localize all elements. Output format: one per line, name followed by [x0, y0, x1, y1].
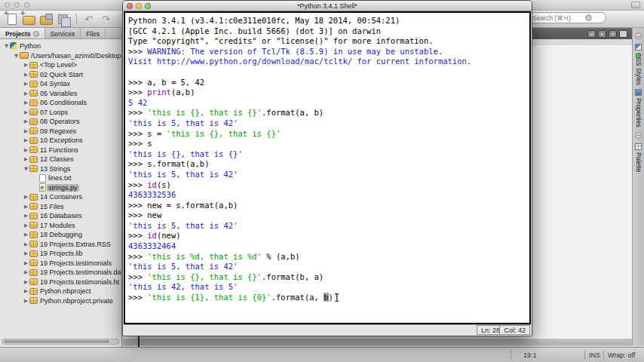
tree-item[interactable]: strings.py — [0, 183, 121, 193]
shell-text: id — [147, 231, 157, 240]
tab-list-icon[interactable]: ▾ — [609, 30, 617, 38]
tree-item[interactable]: ▶<Top Level> — [0, 60, 121, 70]
collapse-arrow-icon[interactable]: ▼ — [23, 166, 29, 172]
tree-item[interactable]: ▼Python — [0, 41, 121, 51]
expand-arrow-icon[interactable]: ▶ — [23, 241, 29, 247]
expand-arrow-icon[interactable]: ▶ — [23, 250, 29, 256]
expand-arrow-icon[interactable]: ▶ — [23, 222, 29, 229]
tree-item[interactable]: ▶09 Regexes — [0, 127, 121, 137]
tree-item[interactable]: ▶16 Databases — [0, 211, 121, 221]
tree-item[interactable]: ▶04 Syntax — [0, 79, 121, 89]
panel-tab-files[interactable]: Files — [81, 28, 106, 38]
expand-arrow-icon[interactable]: ▶ — [23, 72, 29, 78]
search-clear-icon[interactable]: × — [585, 14, 592, 21]
panel-tab-projects[interactable]: Projects× — [0, 28, 45, 38]
tree-item[interactable]: ▶02 Quick Start — [0, 70, 121, 80]
package-icon — [29, 90, 38, 97]
redo-icon[interactable]: ↷ — [98, 11, 114, 26]
save-all-icon[interactable] — [55, 11, 71, 26]
zoom-icon[interactable] — [24, 2, 29, 8]
expand-arrow-icon[interactable]: ▶ — [23, 260, 29, 266]
tree-item[interactable]: ▶12 Classes — [0, 155, 121, 164]
package-icon — [29, 127, 38, 134]
open-project-icon[interactable] — [38, 11, 54, 26]
expand-arrow-icon[interactable]: ▶ — [23, 62, 29, 68]
expand-arrow-icon[interactable]: ▶ — [23, 232, 29, 238]
tree-item-label: strings.py — [47, 184, 79, 192]
tree-item[interactable]: ▶11 Functions — [0, 146, 121, 155]
expand-arrow-icon[interactable]: ▶ — [23, 213, 29, 219]
close-icon[interactable]: × — [33, 31, 39, 37]
dock-tab-css-styles[interactable]: CSS Styles — [635, 44, 642, 85]
package-icon — [29, 232, 38, 238]
maximize-icon[interactable] — [619, 30, 627, 38]
panel-divider[interactable] — [138, 335, 140, 347]
tree-item[interactable]: ▶Python.nbproject.private — [0, 296, 121, 306]
expand-arrow-icon[interactable]: ▶ — [23, 269, 29, 275]
undo-icon[interactable]: ↶ — [81, 11, 97, 26]
shell-line: 'this is 42, that is 5' — [128, 282, 526, 293]
tree-item[interactable]: ▶19 Projects.testimonials — [0, 259, 121, 268]
tree-item[interactable]: ▶19 Projects.lib — [0, 249, 121, 259]
expand-arrow-icon[interactable]: ▶ — [23, 194, 29, 200]
expand-arrow-icon[interactable]: ▶ — [23, 156, 29, 162]
idle-titlebar[interactable]: *Python 3.4.1 Shell* — [123, 1, 532, 11]
tree-item[interactable]: ▶07 Loops — [0, 108, 121, 118]
tree-item[interactable]: ▶Python.nbproject — [0, 287, 121, 296]
search-input[interactable] — [532, 14, 585, 22]
tree-item[interactable]: ▶19 Projects.Extras.RSS — [0, 240, 121, 250]
tree-item[interactable]: ▶18 Debugging — [0, 230, 121, 240]
shell-text-area[interactable]: Python 3.4.1 (v3.4.1:c0e311e010fc, May 1… — [124, 11, 531, 324]
collapse-dock-icon[interactable] — [635, 132, 642, 139]
expand-arrow-icon[interactable]: ▶ — [23, 109, 29, 115]
tree-item[interactable]: ▶19 Projects.testimonials.da — [0, 268, 121, 278]
insert-mode[interactable]: INS — [589, 351, 600, 359]
expand-arrow-icon[interactable]: ▶ — [23, 288, 29, 294]
shell-text: [GCC 4.2.1 (Apple Inc. build 5666) (dot … — [128, 26, 381, 35]
expand-arrow-icon[interactable]: ▶ — [23, 128, 29, 134]
dock-tab-palette[interactable]: Palette — [635, 143, 642, 172]
scroll-right-icon[interactable]: ▸ — [598, 30, 606, 38]
tree-item[interactable]: ▶10 Exceptions — [0, 136, 121, 146]
scroll-left-icon[interactable]: ◂ — [587, 30, 596, 38]
close-icon[interactable] — [127, 3, 133, 9]
idle-window-controls — [127, 3, 151, 9]
tree-item[interactable]: lines.txt — [0, 173, 121, 183]
tree-item[interactable]: ▶19 Projects.testimonials.ht — [0, 278, 121, 287]
tree-item[interactable]: ▼13 Strings — [0, 164, 121, 174]
expand-arrow-icon[interactable]: ▶ — [23, 81, 29, 87]
expand-arrow-icon[interactable]: ▶ — [23, 147, 29, 153]
new-file-icon[interactable] — [3, 11, 19, 26]
panel-tab-services[interactable]: Services — [45, 28, 81, 38]
zoom-icon[interactable] — [145, 3, 151, 9]
expand-arrow-icon[interactable]: ▶ — [23, 90, 29, 97]
expand-arrow-icon[interactable]: ▶ — [23, 298, 29, 304]
dock-tab-properties[interactable]: Properties — [635, 89, 642, 127]
scrollbar-thumb[interactable] — [4, 340, 109, 343]
tree-item[interactable]: ▶17 Modules — [0, 221, 121, 231]
ide-resize-icon[interactable] — [631, 2, 640, 8]
minimize-icon[interactable] — [14, 2, 20, 8]
minimize-icon[interactable] — [136, 3, 142, 9]
tree-item[interactable]: ▶05 Variables — [0, 89, 121, 99]
tree-item[interactable]: ▼/Users/hasan_azimi0/Desktop — [0, 51, 121, 61]
expand-arrow-icon[interactable]: ▶ — [23, 118, 29, 124]
collapse-arrow-icon[interactable]: ▼ — [3, 43, 10, 49]
close-icon[interactable] — [5, 2, 10, 8]
expand-arrow-icon[interactable]: ▶ — [23, 279, 29, 285]
horizontal-scrollbar[interactable] — [2, 339, 119, 345]
package-icon — [29, 146, 38, 153]
ide-statusbar: 19:1 INS Wrap: off — [0, 347, 644, 362]
tree-item[interactable]: ▶08 Operators — [0, 117, 121, 127]
collapse-arrow-icon[interactable]: ▼ — [13, 53, 20, 59]
tree-item[interactable]: ▶15 Files — [0, 202, 121, 212]
tree-item[interactable]: ▶06 Conditionals — [0, 98, 121, 108]
new-project-icon[interactable] — [20, 11, 36, 26]
tree-item-label: 08 Operators — [40, 118, 80, 125]
expand-arrow-icon[interactable]: ▶ — [23, 204, 29, 210]
package-icon — [29, 278, 38, 285]
tree-item[interactable]: ▶14 Containers — [0, 192, 121, 202]
expand-arrow-icon[interactable]: ▶ — [23, 100, 29, 106]
expand-arrow-icon[interactable]: ▶ — [23, 137, 29, 143]
collapse-dock-icon[interactable] — [635, 32, 642, 39]
